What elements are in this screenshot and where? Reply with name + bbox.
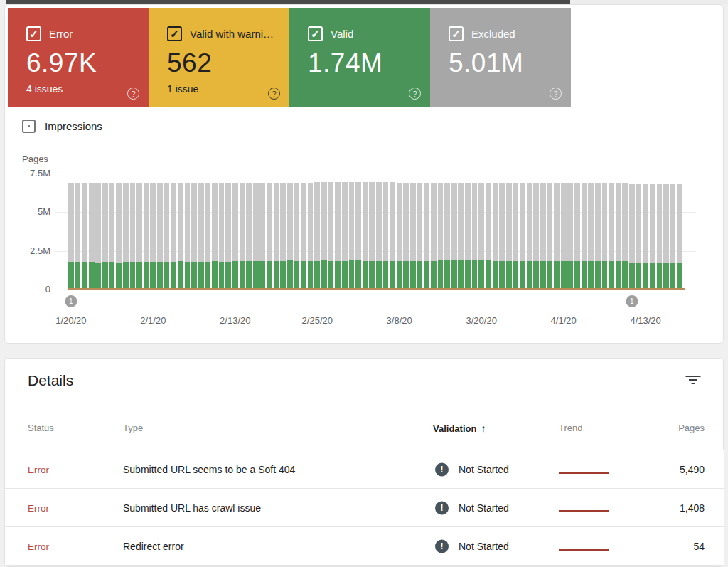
chart-bar[interactable] — [602, 174, 608, 290]
chart-bar[interactable] — [451, 174, 457, 290]
chart-plot[interactable] — [68, 174, 684, 290]
chart-bar[interactable] — [130, 174, 136, 290]
status-card-valid-with-warnings[interactable]: ✓Valid with warni…5621 issue? — [149, 8, 289, 107]
chart-bar[interactable] — [493, 174, 498, 290]
chart-bar[interactable] — [561, 174, 567, 290]
column-header-validation[interactable]: Validation↑ — [433, 423, 486, 434]
chart-bar[interactable] — [178, 174, 183, 290]
table-row[interactable]: ErrorSubmitted URL has crawl issue!Not S… — [5, 489, 724, 527]
chart-bar[interactable] — [68, 174, 74, 290]
chart-bar[interactable] — [246, 174, 252, 290]
chart-bar[interactable] — [205, 174, 210, 290]
chart-bar[interactable] — [582, 174, 587, 290]
chart-bar[interactable] — [616, 174, 621, 290]
status-card-valid[interactable]: ✓Valid1.74M? — [289, 8, 430, 107]
chart-bar[interactable] — [232, 174, 238, 290]
chart-bar[interactable] — [212, 174, 218, 290]
chart-bar[interactable] — [472, 174, 478, 290]
filter-icon[interactable] — [685, 376, 701, 387]
chart-bar[interactable] — [294, 174, 300, 290]
column-header-trend[interactable]: Trend — [559, 423, 582, 433]
chart-bar[interactable] — [171, 174, 176, 290]
chart-bar[interactable] — [363, 174, 368, 290]
chart-bar[interactable] — [136, 174, 142, 290]
help-icon[interactable]: ? — [268, 88, 280, 100]
chart-bar[interactable] — [397, 174, 402, 290]
chart-bar[interactable] — [191, 174, 197, 290]
chart-bar[interactable] — [650, 174, 655, 290]
chart-bar[interactable] — [506, 174, 512, 290]
chart-bar[interactable] — [595, 174, 601, 290]
table-row[interactable]: ErrorRedirect error!Not Started54 — [5, 527, 724, 566]
chart-bar[interactable] — [444, 174, 450, 290]
chart-bar[interactable] — [527, 174, 532, 290]
annotation-marker[interactable]: 1 — [65, 295, 77, 307]
chart-bar[interactable] — [274, 174, 279, 290]
chart-bar[interactable] — [520, 174, 525, 290]
chart-bar[interactable] — [533, 174, 539, 290]
annotation-marker[interactable]: 1 — [626, 295, 638, 307]
chart-bar[interactable] — [109, 174, 115, 290]
chart-bar[interactable] — [321, 174, 327, 290]
chart-bar[interactable] — [280, 174, 286, 290]
status-checkbox-error[interactable]: ✓ — [26, 26, 41, 41]
chart-bar[interactable] — [123, 174, 129, 290]
chart-bar[interactable] — [259, 174, 265, 290]
chart-bar[interactable] — [547, 174, 553, 290]
chart-bar[interactable] — [349, 174, 355, 290]
chart-bar[interactable] — [383, 174, 389, 290]
chart-bar[interactable] — [636, 174, 642, 290]
chart-bar[interactable] — [438, 174, 444, 290]
chart-bar[interactable] — [102, 174, 108, 290]
chart-bar[interactable] — [308, 174, 314, 290]
chart-bar[interactable] — [574, 174, 580, 290]
chart-bar[interactable] — [82, 174, 87, 290]
chart-bar[interactable] — [554, 174, 560, 290]
chart-bar[interactable] — [486, 174, 491, 290]
chart-bar[interactable] — [355, 174, 361, 290]
chart-bar[interactable] — [431, 174, 437, 290]
chart-bar[interactable] — [267, 174, 272, 290]
chart-bar[interactable] — [198, 174, 204, 290]
chart-bar[interactable] — [567, 174, 573, 290]
chart-bar[interactable] — [403, 174, 409, 290]
chart-bar[interactable] — [287, 174, 293, 290]
impressions-toggle[interactable]: Impressions — [22, 120, 102, 133]
chart-bar[interactable] — [342, 174, 348, 290]
chart-bar[interactable] — [150, 174, 156, 290]
chart-bar[interactable] — [219, 174, 225, 290]
impressions-checkbox[interactable] — [22, 120, 36, 133]
chart-bar[interactable] — [499, 174, 505, 290]
chart-bar[interactable] — [390, 174, 395, 290]
column-header-type[interactable]: Type — [123, 423, 143, 433]
column-header-status[interactable]: Status — [28, 423, 54, 433]
status-checkbox-valid[interactable]: ✓ — [308, 26, 323, 41]
chart-bar[interactable] — [185, 174, 191, 290]
chart-bar[interactable] — [89, 174, 95, 290]
chart-bar[interactable] — [95, 174, 101, 290]
chart-bar[interactable] — [164, 174, 170, 290]
chart-bar[interactable] — [670, 174, 676, 290]
chart-bar[interactable] — [75, 174, 81, 290]
help-icon[interactable]: ? — [550, 88, 562, 100]
table-row[interactable]: ErrorSubmitted URL seems to be a Soft 40… — [5, 450, 724, 489]
chart-bar[interactable] — [540, 174, 546, 290]
chart-bar[interactable] — [424, 174, 429, 290]
status-checkbox-excluded[interactable]: ✓ — [449, 26, 464, 41]
chart-bar[interactable] — [417, 174, 423, 290]
chart-bar[interactable] — [328, 174, 334, 290]
help-icon[interactable]: ? — [409, 88, 421, 100]
chart-bar[interactable] — [376, 174, 382, 290]
chart-bar[interactable] — [629, 174, 635, 290]
chart-bar[interactable] — [609, 174, 614, 290]
chart-bar[interactable] — [410, 174, 416, 290]
chart-bar[interactable] — [144, 174, 149, 290]
chart-bar[interactable] — [458, 174, 464, 290]
chart-bar[interactable] — [157, 174, 163, 290]
chart-bar[interactable] — [478, 174, 484, 290]
help-icon[interactable]: ? — [127, 88, 139, 100]
status-checkbox-valid-with-warnings[interactable]: ✓ — [167, 26, 182, 41]
chart-bar[interactable] — [465, 174, 471, 290]
chart-bar[interactable] — [369, 174, 375, 290]
chart-bar[interactable] — [643, 174, 648, 290]
